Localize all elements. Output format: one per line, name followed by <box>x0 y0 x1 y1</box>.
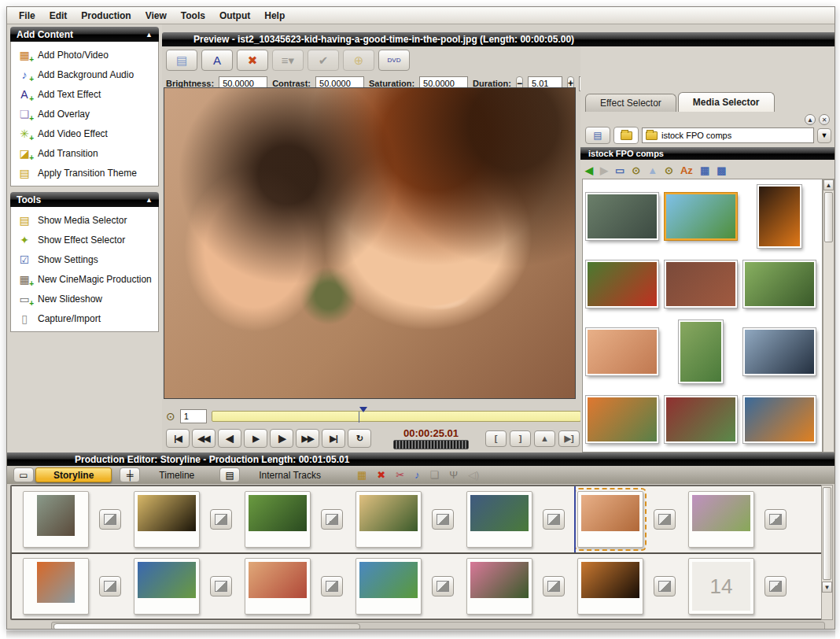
add-audio-button[interactable]: ♪ <box>414 469 420 481</box>
copy-clip-button[interactable]: ❏ <box>430 469 440 481</box>
sidebar-item-add-photo-video[interactable]: ▦+Add Photo/Video <box>16 45 158 65</box>
thumb-family-hiking-hill[interactable] <box>665 193 737 240</box>
list-view-tab-button[interactable]: ▤ <box>585 127 610 144</box>
tab-internal-tracks[interactable]: Internal Tracks <box>241 467 338 482</box>
menu-production[interactable]: Production <box>74 9 138 23</box>
play-selection-button[interactable]: ▶] <box>558 430 580 447</box>
loop-button[interactable]: ↻ <box>348 429 371 448</box>
add-text-button[interactable]: A <box>201 50 233 71</box>
monitor-button[interactable]: ▭ <box>615 164 624 176</box>
zoom-slider[interactable]: ▲ <box>647 164 658 176</box>
thumb-kids-in-tent[interactable] <box>743 260 816 308</box>
mark-out-button[interactable]: ] <box>510 430 531 447</box>
sidebar-item-capture-import[interactable]: ▯Capture/Import <box>16 308 158 328</box>
clip-girls-arms-raised[interactable] <box>688 491 754 548</box>
extract-clip-button[interactable]: ▲ <box>534 430 555 447</box>
menu-file[interactable]: File <box>12 9 42 23</box>
tab-effect-selector[interactable]: Effect Selector <box>585 94 676 112</box>
dvd-button[interactable]: DVD <box>378 50 410 71</box>
sidebar-item-add-overlay[interactable]: ❏+Add Overlay <box>16 104 158 124</box>
media-grid-scrollbar[interactable]: ▲ <box>823 179 834 452</box>
sidebar-item-show-settings[interactable]: ☑Show Settings <box>16 249 158 269</box>
transition-placeholder[interactable] <box>654 576 676 597</box>
thumb-mother-child-bridge[interactable] <box>679 320 723 383</box>
forward-button[interactable]: ▶ <box>600 164 608 176</box>
tab-media-selector[interactable]: Media Selector <box>678 92 775 112</box>
add-media-button[interactable]: ▦ <box>357 469 367 481</box>
playhead-marker[interactable] <box>359 407 367 412</box>
thumb-tent-view-legs[interactable] <box>665 396 737 443</box>
transition-placeholder[interactable] <box>432 576 454 597</box>
transition-placeholder[interactable] <box>432 509 454 530</box>
fast-forward-button[interactable]: ▶▶ <box>296 429 319 448</box>
menu-output[interactable]: Output <box>212 9 257 23</box>
sidebar-item-apply-transition-theme[interactable]: ▤Apply Transition Theme <box>16 163 158 183</box>
thumbnail-view-button[interactable]: ▦ <box>700 164 709 176</box>
clip-family-meadow[interactable] <box>245 491 311 548</box>
transition-placeholder[interactable] <box>764 509 787 530</box>
thumb-child-sleeping-plaid[interactable] <box>665 260 737 308</box>
menu-edit[interactable]: Edit <box>42 9 75 23</box>
clip-tent-night-silhouette[interactable] <box>134 491 200 548</box>
step-forward-button[interactable]: |▶ <box>270 429 293 448</box>
collapse-arrow-icon[interactable]: ▲ <box>146 196 153 204</box>
panel-header-add-content[interactable]: Add Content▲ <box>10 27 159 42</box>
transition-placeholder[interactable] <box>321 509 343 530</box>
transition-placeholder[interactable] <box>99 576 121 597</box>
browse-button[interactable]: ▩ <box>717 164 726 176</box>
back-button[interactable]: ◀ <box>585 164 593 176</box>
transition-placeholder[interactable] <box>543 576 565 597</box>
transition-placeholder[interactable] <box>99 509 121 530</box>
delete-clip-button[interactable]: ✖ <box>377 469 385 481</box>
sidebar-item-new-slideshow[interactable]: ▭+New Slideshow <box>16 289 158 308</box>
clip-lake-landscape[interactable] <box>356 558 422 615</box>
volume-button[interactable]: ◁) <box>468 469 479 481</box>
record-button[interactable]: Ψ <box>449 469 458 481</box>
go-to-end-button[interactable]: ▶| <box>322 429 345 448</box>
sidebar-item-new-cinemagic-production[interactable]: ▦+New CineMagic Production <box>16 269 158 289</box>
thumb-boy-fishing-river[interactable] <box>586 193 658 240</box>
sidebar-item-show-media-selector[interactable]: ▤Show Media Selector <box>16 210 158 230</box>
collapse-panel-button[interactable]: ▲ <box>805 114 816 125</box>
scroll-up-icon[interactable]: ▲ <box>823 179 834 190</box>
menu-tools[interactable]: Tools <box>174 9 212 23</box>
scrollbar-thumb[interactable] <box>53 623 360 630</box>
go-to-start-button[interactable]: |◀ <box>166 429 190 448</box>
menu-help[interactable]: Help <box>257 9 292 23</box>
clip-family-blue-tent[interactable] <box>134 558 200 615</box>
thumb-rafting-orange-vests[interactable] <box>586 396 658 443</box>
clip-kids-campfire-night[interactable] <box>577 558 643 615</box>
tab-timeline[interactable]: Timeline <box>142 467 212 482</box>
thumb-two-boys-funny-faces[interactable] <box>586 328 658 375</box>
storyline-vertical-scrollbar[interactable]: ▼ <box>821 485 833 620</box>
step-back-button[interactable]: ◀| <box>218 429 241 448</box>
scroll-down-icon[interactable]: ▼ <box>822 582 832 593</box>
sidebar-item-add-text-effect[interactable]: A+Add Text Effect <box>16 84 158 104</box>
search-button[interactable]: ⊙ <box>665 164 673 176</box>
transition-placeholder[interactable] <box>764 576 787 597</box>
transition-placeholder[interactable] <box>210 576 232 597</box>
thumb-campfire-couple[interactable] <box>757 185 801 248</box>
scrollbar-thumb[interactable] <box>823 487 831 580</box>
clip-kids-group-forest[interactable] <box>466 558 532 615</box>
clip-hikers-trail[interactable] <box>23 491 89 548</box>
folder-dropdown[interactable]: istock FPO comps <box>642 127 814 143</box>
sidebar-item-add-transition[interactable]: ◪+Add Transition <box>16 143 158 163</box>
split-clip-button[interactable]: ✂ <box>396 469 404 481</box>
preview-photo[interactable] <box>164 87 576 399</box>
storyline-horizontal-scrollbar[interactable] <box>51 622 825 630</box>
delete-button[interactable]: ✖ <box>237 50 268 71</box>
transition-placeholder[interactable] <box>543 509 565 530</box>
tab-storyline[interactable]: Storyline <box>35 467 112 482</box>
rewind-button[interactable]: ◀◀ <box>192 429 216 448</box>
transition-placeholder[interactable] <box>321 576 343 597</box>
sidebar-item-add-background-audio[interactable]: ♪+Add Background Audio <box>16 65 158 84</box>
zoom-tool-button[interactable]: ⊙ <box>632 164 640 176</box>
thumb-family-red-canoe[interactable] <box>586 260 658 308</box>
scrub-bar[interactable] <box>212 411 581 422</box>
clip-couple-camping-tent[interactable] <box>466 491 532 548</box>
transition-placeholder[interactable] <box>210 509 232 530</box>
clip-boy-life-vest[interactable] <box>23 558 89 615</box>
sidebar-item-show-effect-selector[interactable]: ✦Show Effect Selector <box>16 230 158 249</box>
thumb-two-kayaks[interactable] <box>743 396 816 443</box>
